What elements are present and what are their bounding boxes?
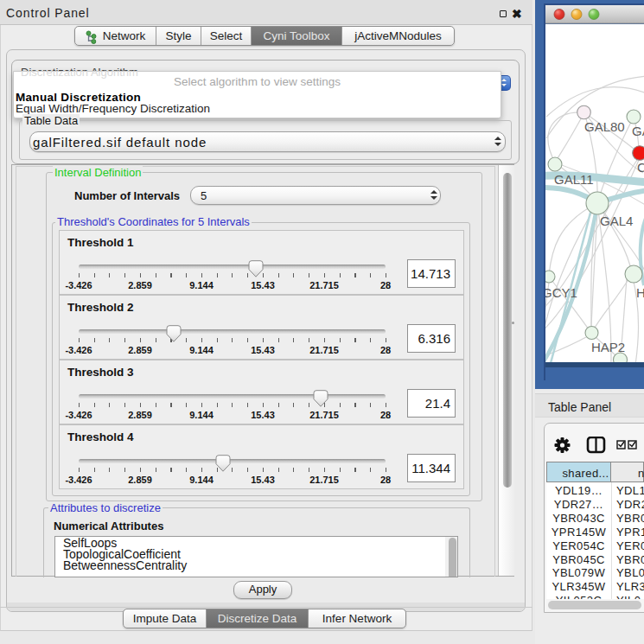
svg-text:GA: GA — [632, 124, 644, 138]
svg-text:HAP2: HAP2 — [591, 340, 625, 354]
svg-text:CY: CY — [637, 160, 644, 175]
svg-text:GCY1: GCY1 — [542, 285, 577, 300]
svg-text:GAL11: GAL11 — [554, 172, 594, 187]
svg-text:GAL4: GAL4 — [600, 214, 633, 228]
svg-text:H: H — [636, 285, 644, 300]
svg-text:GAL80: GAL80 — [584, 119, 625, 134]
